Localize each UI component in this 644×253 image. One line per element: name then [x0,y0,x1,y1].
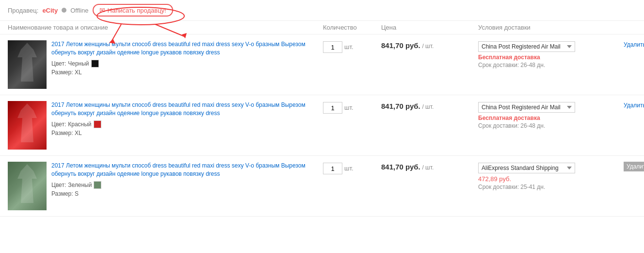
shipping-cell: China Post Registered Air Mail China Pos… [478,101,624,129]
product-info: 2017 Летом женщины мульти способ dress b… [51,101,323,136]
product-size: Размер: XL [51,130,323,136]
table-row: 2017 Летом женщины мульти способ dress b… [0,156,644,217]
shipping-select[interactable]: China Post Registered Air Mail China Pos… [478,41,575,52]
qty-input[interactable] [323,102,342,114]
product-image [8,101,47,150]
qty-input[interactable] [323,41,342,53]
price-main: 841,70 руб. [381,41,420,50]
free-shipping: Бесплатная доставка [478,54,624,61]
table-row: 2017 Летом женщины мульти способ dress b… [0,95,644,156]
page-wrapper: Продавец: eCity Offline ✉ Написать прода… [0,0,644,253]
product-size: Размер: XL [51,69,323,76]
header-price: Цена [381,24,478,31]
price-main: 841,70 руб. [381,102,420,110]
shipping-price: 472,89 руб. [478,175,624,183]
qty-unit: шт. [344,102,354,111]
qty-input[interactable] [323,163,342,174]
product-title[interactable]: 2017 Летом женщины мульти способ dress b… [51,101,323,118]
price-per: / шт. [422,164,434,171]
seller-label: Продавец: [8,7,38,14]
price-per: / шт. [422,43,434,50]
product-image [8,40,47,89]
product-info: 2017 Летом женщины мульти способ dress b… [51,162,323,197]
product-color: Цвет: Черный [51,60,323,67]
qty-unit: шт. [344,41,354,51]
header-actions [624,24,644,31]
delete-cell: Удалить [624,40,644,48]
product-size: Размер: S [51,190,323,197]
delete-button[interactable]: Удалить [624,40,644,48]
shipping-cell: China Post Registered Air Mail China Pos… [478,162,624,190]
product-color: Цвет: Красный [51,120,323,128]
envelope-icon: ✉ [99,6,105,14]
price-cell: 841,70 руб. / шт. [381,40,478,50]
dress-silhouette-icon [15,43,39,86]
seller-bar: Продавец: eCity Offline ✉ Написать прода… [0,0,644,21]
header-shipping: Условия доставки [478,24,624,31]
qty-cell: шт. [323,162,381,174]
delivery-time: Срок доставки: 26-48 дн. [478,122,624,129]
delete-cell: Удалить [624,101,644,109]
color-swatch-icon [91,60,99,67]
free-shipping: Бесплатная доставка [478,115,624,121]
message-btn-label: Написать продавцу! [108,7,166,14]
shipping-cell: China Post Registered Air Mail China Pos… [478,40,624,68]
qty-unit: шт. [344,163,354,172]
header-product: Наименование товара и описание [8,24,323,31]
price-main: 841,70 руб. [381,163,420,171]
price-cell: 841,70 руб. / шт. [381,162,478,171]
product-cell: 2017 Летом женщины мульти способ dress b… [8,162,323,210]
message-seller-button[interactable]: ✉ Написать продавцу! [93,4,173,17]
delivery-time: Срок доставки: 26-48 дн. [478,62,624,68]
offline-status: Offline [70,7,88,14]
delivery-time: Срок доставки: 25-41 дн. [478,184,624,190]
shipping-select-wrapper: China Post Registered Air Mail China Pos… [478,163,575,173]
price-cell: 841,70 руб. / шт. [381,101,478,110]
color-swatch-icon [94,120,101,128]
shipping-select-wrapper: China Post Registered Air Mail China Pos… [478,102,575,113]
shipping-select[interactable]: China Post Registered Air Mail China Pos… [478,102,575,113]
product-info: 2017 Летом женщины мульти способ dress b… [51,40,323,76]
delete-button[interactable]: Удалить [624,162,644,171]
table-row: 2017 Летом женщины мульти способ dress b… [0,34,644,95]
product-title[interactable]: 2017 Летом женщины мульти способ dress b… [51,162,323,178]
shipping-select-wrapper: China Post Registered Air Mail China Pos… [478,41,575,52]
delete-button[interactable]: Удалить [624,101,644,109]
dress-silhouette-icon [15,103,39,147]
color-swatch-icon [94,181,101,189]
product-title[interactable]: 2017 Летом женщины мульти способ dress b… [51,40,323,57]
seller-name: eCity [42,7,58,14]
delete-cell: Удалить [624,162,644,171]
header-qty: Количество [323,24,381,31]
product-cell: 2017 Летом женщины мульти способ dress b… [8,40,323,89]
dress-silhouette-icon [15,164,39,208]
shipping-select[interactable]: China Post Registered Air Mail China Pos… [478,163,575,173]
product-image [8,162,47,210]
offline-dot-icon [62,8,66,13]
table-header: Наименование товара и описание Количеств… [0,21,644,34]
qty-cell: шт. [323,40,381,53]
price-per: / шт. [422,103,434,110]
qty-cell: шт. [323,101,381,114]
product-cell: 2017 Летом женщины мульти способ dress b… [8,101,323,150]
product-color: Цвет: Зеленый [51,181,323,189]
